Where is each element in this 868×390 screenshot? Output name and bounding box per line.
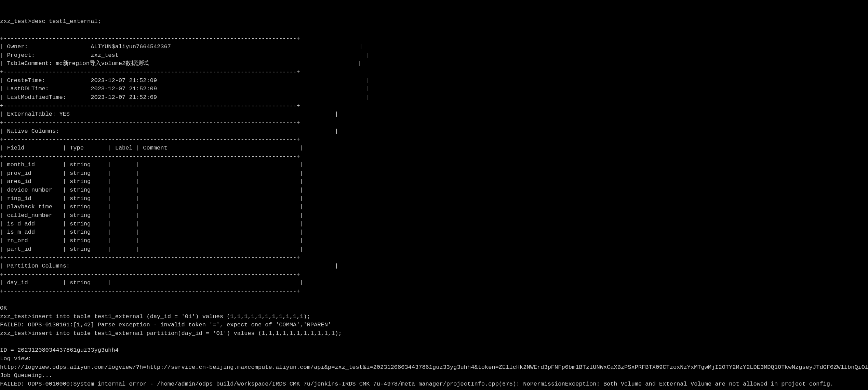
table-border: +---------------------------------------… bbox=[0, 69, 300, 75]
table-row: | device_number | string | | | bbox=[0, 187, 304, 193]
table-border: +---------------------------------------… bbox=[0, 288, 300, 295]
terminal-output: zxz_test>desc test1_external; +---------… bbox=[0, 9, 868, 390]
table-border: +---------------------------------------… bbox=[0, 271, 300, 278]
table-row: | LastDDLTime: 2023-12-07 21:52:09 | bbox=[0, 86, 370, 92]
table-row: | ExternalTable: YES | bbox=[0, 111, 338, 117]
table-row: | ring_id | string | | | bbox=[0, 195, 304, 202]
table-border: +---------------------------------------… bbox=[0, 119, 300, 126]
table-row: | playback_time | string | | | bbox=[0, 204, 304, 210]
table-row: | is_m_add | string | | | bbox=[0, 229, 304, 235]
prompt-line: zxz_test>insert into table test1_externa… bbox=[0, 330, 342, 337]
table-row: | CreateTime: 2023-12-07 21:52:09 | bbox=[0, 77, 370, 84]
prompt-line: zxz_test>desc test1_external; bbox=[0, 18, 101, 25]
table-row: | Project: zxz_test | bbox=[0, 52, 370, 58]
error-line: FAILED: ODPS-0010000:System internal err… bbox=[0, 381, 833, 387]
queueing-line: Job Queueing... bbox=[0, 372, 52, 379]
table-row: | Partition Columns: | bbox=[0, 263, 338, 269]
table-row: | Native Columns: | bbox=[0, 128, 338, 134]
table-row: | prov_id | string | | | bbox=[0, 170, 304, 177]
table-row: | area_id | string | | | bbox=[0, 178, 304, 185]
table-border: +---------------------------------------… bbox=[0, 254, 300, 261]
table-row: | is_d_add | string | | | bbox=[0, 221, 304, 227]
table-border: +---------------------------------------… bbox=[0, 153, 300, 160]
table-row: | called_number | string | | | bbox=[0, 212, 304, 219]
table-border: +---------------------------------------… bbox=[0, 35, 300, 42]
table-row: | month_id | string | | | bbox=[0, 161, 304, 168]
table-row: | part_id | string | | | bbox=[0, 246, 304, 252]
ok-line: OK bbox=[0, 305, 7, 311]
table-row: | Owner: ALIYUN$aliyun7664542367 | bbox=[0, 43, 363, 50]
table-row: | day_id | string | | bbox=[0, 280, 304, 286]
table-row: | rn_ord | string | | | bbox=[0, 237, 304, 244]
error-line: FAILED: ODPS-0130161:[1,42] Parse except… bbox=[0, 322, 331, 328]
table-row: | TableComment: mc新region导入volume2数据测试 | bbox=[0, 60, 362, 67]
table-border: +---------------------------------------… bbox=[0, 136, 300, 143]
table-row: | LastModifiedTime: 2023-12-07 21:52:09 … bbox=[0, 94, 370, 101]
id-line: ID = 20231208034437861guz33yg3uhh4 bbox=[0, 347, 119, 353]
prompt-line: zxz_test>insert into table test1_externa… bbox=[0, 313, 310, 320]
logview-url: http://logview.odps.aliyun.com/logview/?… bbox=[0, 364, 868, 370]
table-border: +---------------------------------------… bbox=[0, 103, 300, 109]
table-header-row: | Field | Type | Label | Comment | bbox=[0, 145, 304, 151]
logview-label: Log view: bbox=[0, 355, 31, 362]
